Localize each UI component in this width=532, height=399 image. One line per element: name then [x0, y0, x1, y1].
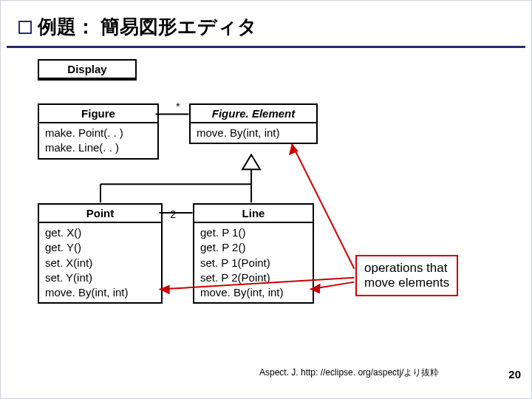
multiplicity-two: 2 — [170, 208, 176, 220]
class-line-name: Line — [194, 205, 313, 223]
page-number: 20 — [508, 368, 521, 381]
multiplicity-star: * — [176, 100, 180, 112]
class-figure-element: Figure. Element move. By(int, int) — [189, 103, 318, 144]
generalization-arrow-icon — [242, 154, 260, 169]
class-figure-element-name: Figure. Element — [191, 105, 316, 123]
diagram-canvas: Display Figure make. Point(. . ) make. L… — [1, 48, 531, 386]
class-line-ops: get. P 1() get. P 2() set. P 1(Point) se… — [194, 223, 313, 302]
slide-title: 例題： 簡易図形エディタ — [38, 14, 257, 40]
title-bullet-icon — [18, 21, 32, 34]
citation: Aspect. J. http: //eclipse. org/aspectj/… — [259, 366, 439, 379]
class-figure-name: Figure — [39, 105, 157, 123]
slide: { "title": "例題： 簡易図形エディタ", "classes": { … — [0, 0, 532, 399]
annotation-note: operations that move elements — [355, 255, 458, 296]
svg-line-4 — [310, 282, 355, 290]
note-arrow-to-line — [310, 282, 355, 294]
svg-marker-1 — [289, 143, 299, 155]
class-figure-element-ops: move. By(int, int) — [191, 123, 316, 143]
class-display: Display — [38, 59, 137, 81]
class-point: Point get. X() get. Y() set. X(int) set.… — [38, 203, 163, 304]
class-figure: Figure make. Point(. . ) make. Line(. . … — [38, 103, 159, 160]
class-line: Line get. P 1() get. P 2() set. P 1(Poin… — [193, 203, 314, 304]
class-display-name: Display — [39, 61, 135, 79]
class-point-ops: get. X() get. Y() set. X(int) set. Y(int… — [39, 223, 161, 302]
class-point-name: Point — [39, 205, 161, 223]
class-figure-ops: make. Point(. . ) make. Line(. . ) — [39, 123, 157, 158]
